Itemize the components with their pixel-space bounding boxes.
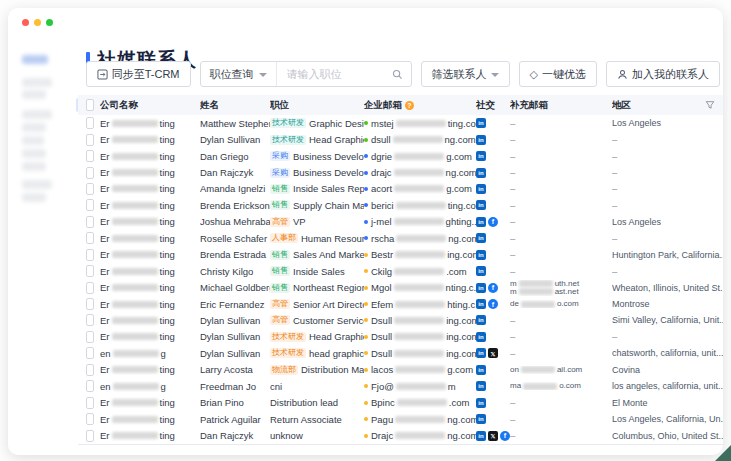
sidebar-item[interactable] [22,90,46,99]
row-checkbox[interactable] [86,413,94,425]
linkedin-icon[interactable]: in [476,381,486,391]
position-text: head graphic design... [309,348,364,359]
email-suffix: nting.c... [446,282,476,293]
region-cell: Simi Valley, California, Unit... [612,315,723,325]
table-row: ErtingDan Rajczyk采购Business Development … [78,164,723,180]
empty-value: – [510,348,515,359]
add-to-my-contacts-button[interactable]: 加入我的联系人 [606,61,720,87]
email-help-icon[interactable]: ? [405,101,414,110]
supp-blurred [519,288,553,295]
linkedin-icon[interactable]: in [476,118,486,128]
facebook-icon[interactable]: f [488,283,498,293]
linkedin-icon[interactable]: in [476,414,486,424]
linkedin-icon[interactable]: in [476,217,486,227]
linkedin-icon[interactable]: in [476,398,486,408]
department-tag: 高管 [270,217,290,227]
row-checkbox[interactable] [86,364,94,376]
one-click-select-button[interactable]: ◇ 一键优选 [519,61,597,87]
region-cell: – [612,331,723,342]
linkedin-icon[interactable]: in [476,250,486,260]
linkedin-icon[interactable]: in [476,348,486,358]
position-cell: 销售Sales And Marketing Sp... [270,249,364,260]
sidebar-item[interactable] [22,78,52,87]
close-window-icon[interactable] [22,19,29,26]
row-checkbox[interactable] [86,314,94,326]
email-suffix: ng.com [447,430,476,441]
social-cell: in [476,365,510,375]
row-checkbox[interactable] [86,232,94,244]
row-checkbox[interactable] [86,216,94,228]
maximize-window-icon[interactable] [46,19,53,26]
row-checkbox[interactable] [86,167,94,179]
facebook-icon[interactable]: f [488,299,498,309]
position-query-select[interactable]: 职位查询 [201,62,277,86]
minimize-window-icon[interactable] [34,19,41,26]
x-icon[interactable]: 𝕏 [488,348,498,358]
row-checkbox[interactable] [86,265,94,277]
sidebar-item[interactable] [22,162,46,171]
region-text: – [612,331,617,342]
select-all-checkbox[interactable] [86,99,94,111]
linkedin-icon[interactable]: in [476,200,486,210]
row-checkbox[interactable] [86,249,94,261]
sidebar-item[interactable] [22,149,46,158]
region-filter-icon[interactable] [705,100,715,110]
sidebar-item[interactable] [22,110,52,119]
search-icon[interactable] [392,69,403,80]
row-checkbox[interactable] [86,199,94,211]
linkedin-icon[interactable]: in [476,135,486,145]
sidebar-item[interactable] [22,193,46,202]
row-checkbox[interactable] [86,397,94,409]
linkedin-icon[interactable]: in [476,184,486,194]
linkedin-icon[interactable]: in [476,233,486,243]
table-row: ErtingJoshua Mehraban高管VPj-melghting...i… [78,214,723,230]
row-checkbox[interactable] [86,347,94,359]
email-cell: Fjo@m [364,381,476,392]
facebook-icon[interactable]: f [500,431,510,441]
sidebar-item[interactable] [22,136,44,145]
email-cell: Bestring.com [364,249,476,260]
position-input[interactable] [285,67,392,81]
department-tag: 销售 [270,250,290,260]
name-cell: Dan Griego [200,151,270,162]
email-suffix: .com [446,266,467,277]
email-blurred [395,301,445,308]
table-row: ErtingChristy Kilgo销售Inside SalesCkilg.c… [78,263,723,279]
linkedin-icon[interactable]: in [476,365,486,375]
checkbox-cell [78,249,100,261]
company-blurred [112,432,158,439]
row-checkbox[interactable] [86,183,94,195]
region-cell: – [612,266,723,277]
company-prefix: Er [100,414,110,425]
row-checkbox[interactable] [86,134,94,146]
linkedin-icon[interactable]: in [476,315,486,325]
sync-to-tcrm-button[interactable]: 同步至T-CRM [86,61,191,87]
linkedin-icon[interactable]: in [476,283,486,293]
sidebar-item[interactable] [22,180,52,189]
linkedin-icon[interactable]: in [476,168,486,178]
linkedin-icon[interactable]: in [476,431,486,441]
department-tag: 销售 [270,200,290,210]
row-checkbox[interactable] [86,430,94,442]
sidebar-item-active[interactable] [22,55,48,64]
row-checkbox[interactable] [86,298,94,310]
row-checkbox[interactable] [86,380,94,392]
linkedin-icon[interactable]: in [476,151,486,161]
supp-email-cell: – [510,118,612,129]
row-checkbox[interactable] [86,282,94,294]
x-icon[interactable]: 𝕏 [488,431,498,441]
filter-contacts-button[interactable]: 筛选联系人 [421,61,510,87]
linkedin-icon[interactable]: in [476,332,486,342]
linkedin-icon[interactable]: in [476,299,486,309]
row-checkbox[interactable] [86,331,94,343]
facebook-icon[interactable]: f [488,217,498,227]
name-cell: Brenda Estrada [200,249,270,260]
linkedin-icon[interactable]: in [476,266,486,276]
row-checkbox[interactable] [86,150,94,162]
row-checkbox[interactable] [86,117,94,129]
email-status-dot [364,236,368,240]
corner-decoration [715,445,731,461]
social-cell: in [476,151,510,161]
company-cell: Erting [100,397,200,408]
sidebar-item[interactable] [22,123,46,132]
